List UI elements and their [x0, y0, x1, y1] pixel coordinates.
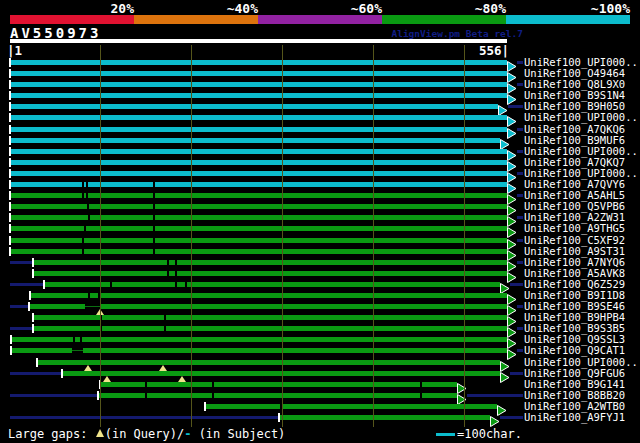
hit-label[interactable]: UniRef100_A9THG5	[524, 222, 625, 233]
alignment-bar[interactable]	[100, 382, 457, 387]
hit-label[interactable]: UniRef100_Q6Z529	[524, 278, 625, 289]
alignment-arrowhead-icon	[500, 368, 510, 379]
hit-label[interactable]: UniRef100_A2WTB0	[524, 400, 625, 411]
hit-label[interactable]: UniRef100_Q5VPB6	[524, 200, 625, 211]
alignment-bar[interactable]	[205, 404, 497, 409]
alignment-gap-notch	[145, 393, 147, 398]
row-connector-line	[10, 305, 28, 308]
hit-label[interactable]: UniRef100_A5AVK8	[524, 267, 625, 278]
hit-label[interactable]: UniRef100_A9FYJ1	[524, 411, 625, 422]
alignment-arrowhead-icon	[507, 79, 517, 90]
alignment-start-tick	[9, 247, 11, 256]
hit-label[interactable]: UniRef100_A7QKQ7	[524, 156, 625, 167]
row-connector-line	[10, 416, 278, 419]
alignment-bar[interactable]	[10, 215, 507, 220]
alignment-start-tick	[43, 280, 45, 289]
alignment-bar[interactable]	[279, 415, 490, 420]
row-connector-line	[467, 394, 523, 397]
alignment-arrowhead-icon	[507, 290, 517, 301]
hit-label[interactable]: UniRef100_A2ZW31	[524, 211, 625, 222]
alignment-bar[interactable]	[98, 393, 457, 398]
app-watermark: AlignView.pm Beta rel.7	[391, 28, 523, 39]
alignment-start-tick	[9, 224, 11, 233]
alignment-bar[interactable]	[33, 260, 507, 265]
row-connector-line	[517, 261, 523, 264]
alignment-bar[interactable]	[10, 249, 507, 254]
hit-label[interactable]: UniRef100_B9S3B5	[524, 322, 625, 333]
alignment-bar[interactable]	[11, 348, 507, 353]
hit-label[interactable]: UniRef100_B9HPB4	[524, 311, 625, 322]
hit-label[interactable]: UniRef100_Q9FGU6	[524, 367, 625, 378]
alignment-bar[interactable]	[10, 171, 507, 176]
hit-label[interactable]: UniRef100_UPI000..	[524, 167, 638, 178]
alignment-bar[interactable]	[10, 127, 507, 132]
hit-label[interactable]: UniRef100_B8BB20	[524, 389, 625, 400]
alignment-bar[interactable]	[10, 138, 500, 143]
alignment-bar[interactable]	[10, 238, 507, 243]
alignment-arrowhead-icon	[507, 124, 517, 135]
hit-label[interactable]: UniRef100_B9MUF6	[524, 134, 625, 145]
alignment-bar[interactable]	[30, 293, 507, 298]
hit-label[interactable]: UniRef100_UPI000..	[524, 56, 638, 67]
alignment-start-tick	[9, 80, 11, 89]
row-connector-line	[517, 305, 523, 308]
alignment-arrowhead-icon	[507, 268, 517, 279]
alignment-bar[interactable]	[10, 204, 507, 209]
alignment-bar[interactable]	[33, 315, 507, 320]
hit-label[interactable]: UniRef100_B9H050	[524, 100, 625, 111]
alignment-bar[interactable]	[33, 326, 507, 331]
alignment-gap-notch	[87, 204, 89, 209]
alignment-arrowhead-icon	[507, 190, 517, 201]
hit-label[interactable]: UniRef100_Q9CAT1	[524, 344, 625, 355]
alignment-gap-notch	[110, 282, 112, 287]
hit-label[interactable]: UniRef100_O49464	[524, 67, 625, 78]
alignment-bar[interactable]	[10, 115, 507, 120]
gridline	[464, 45, 465, 427]
hit-label[interactable]: UniRef100_A9ST31	[524, 245, 625, 256]
alignment-arrowhead-icon	[507, 323, 517, 334]
alignment-bar[interactable]	[10, 182, 507, 187]
alignment-arrowhead-icon	[507, 90, 517, 101]
hit-label[interactable]: UniRef100_B9SE46	[524, 300, 625, 311]
query-gap-triangle-icon	[96, 429, 104, 437]
alignment-bar[interactable]	[44, 282, 500, 287]
ruler-end-label: 556|	[479, 43, 509, 58]
row-connector-line	[517, 349, 523, 352]
alignment-arrowhead-icon	[497, 401, 507, 412]
alignment-arrowhead-icon	[507, 246, 517, 257]
alignment-bar[interactable]	[10, 60, 507, 65]
alignment-bar[interactable]	[10, 193, 507, 198]
alignment-bar[interactable]	[37, 360, 500, 365]
alignment-bar[interactable]	[11, 337, 507, 342]
alignment-start-tick	[10, 335, 12, 344]
alignment-bar[interactable]	[10, 71, 507, 76]
hit-label[interactable]: UniRef100_A5AHL5	[524, 189, 625, 200]
scale-label: ~40%	[227, 1, 258, 16]
row-connector-line	[10, 261, 32, 264]
hit-label[interactable]: UniRef100_Q8L9X0	[524, 78, 625, 89]
hit-label[interactable]: UniRef100_Q9SSL3	[524, 333, 625, 344]
alignment-bar[interactable]	[10, 160, 507, 165]
hit-label[interactable]: UniRef100_B9I1D8	[524, 289, 625, 300]
alignment-bar[interactable]	[10, 104, 498, 109]
alignment-bar[interactable]	[10, 149, 507, 154]
alignment-gap-notch	[175, 260, 177, 265]
hit-label[interactable]: UniRef100_UPI000..	[524, 111, 638, 122]
hit-label[interactable]: UniRef100_A7QKQ6	[524, 123, 625, 134]
row-connector-line	[510, 283, 523, 286]
hit-label[interactable]: UniRef100_B9S1N4	[524, 89, 625, 100]
alignment-bar[interactable]	[62, 371, 500, 376]
hit-label[interactable]: UniRef100_C5XF92	[524, 234, 625, 245]
hit-label[interactable]: UniRef100_A7NYQ6	[524, 256, 625, 267]
hit-label[interactable]: UniRef100_B9G141	[524, 378, 625, 389]
scale-segment	[10, 15, 134, 24]
alignment-bar[interactable]	[33, 271, 507, 276]
hit-label[interactable]: UniRef100_A7QVY6	[524, 178, 625, 189]
alignment-bar[interactable]	[10, 93, 507, 98]
alignment-bar[interactable]	[10, 82, 507, 87]
hit-label[interactable]: UniRef100_UPI000..	[524, 145, 638, 156]
ruler-start-label: |1	[7, 43, 22, 58]
scale-label: ~100%	[591, 1, 630, 16]
hit-label[interactable]: UniRef100_UPI000..	[524, 356, 638, 367]
alignment-start-tick	[29, 291, 31, 300]
